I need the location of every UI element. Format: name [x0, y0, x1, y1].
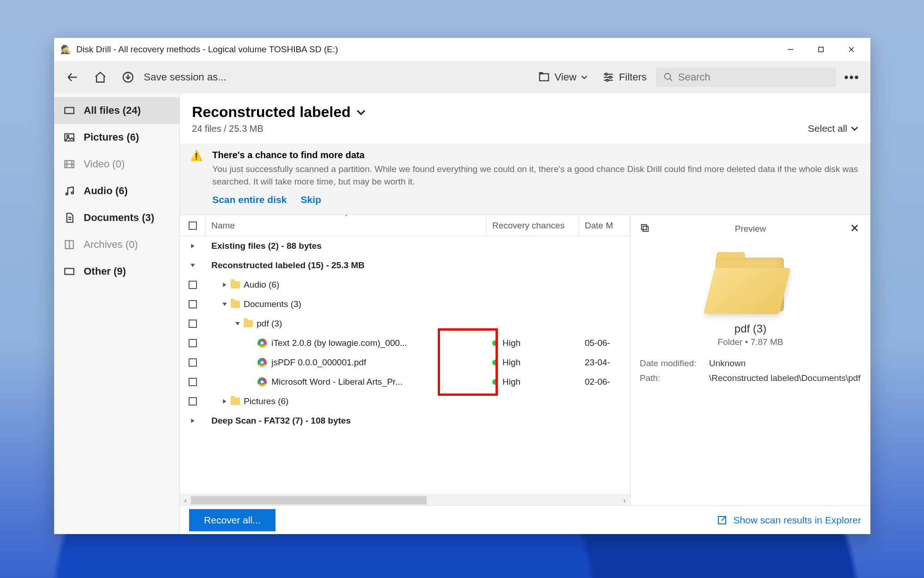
disclosure-right-icon[interactable] [219, 399, 231, 404]
archive-icon [63, 239, 75, 251]
file-name: Microsoft Word - Liberal Arts_Pr... [271, 377, 403, 387]
status-dot-icon [492, 360, 498, 365]
back-button[interactable] [61, 65, 85, 89]
main-body: ⌃ Name Recovery chances Date M [180, 215, 870, 505]
group-label: Deep Scan - FAT32 (7) - 108 bytes [211, 416, 351, 426]
row-checkbox[interactable] [189, 339, 197, 347]
minimize-button[interactable] [775, 40, 806, 59]
preview-name: pdf (3) [640, 322, 861, 335]
file-row[interactable]: Microsoft Word - Liberal Arts_Pr... High… [180, 372, 630, 392]
file-list: ⌃ Name Recovery chances Date M [180, 215, 630, 505]
horizontal-scrollbar[interactable]: ‹ › [180, 494, 630, 505]
column-recovery[interactable]: Recovery chances [487, 215, 579, 236]
recovery-value: High [502, 357, 520, 368]
row-checkbox[interactable] [189, 378, 197, 386]
sidebar-item-pictures[interactable]: Pictures (6) [54, 124, 179, 151]
sidebar: All files (24) Pictures (6) Video (0) Au… [54, 93, 180, 534]
file-row[interactable]: jsPDF 0.0.0_000001.pdf High 23-04- [180, 353, 630, 372]
recovery-value: High [502, 338, 520, 348]
footer-bar: Recover all... Show scan results in Expl… [180, 505, 870, 534]
view-label: View [555, 71, 576, 83]
recover-all-button[interactable]: Recover all... [189, 509, 275, 531]
save-session-button[interactable] [116, 65, 140, 89]
sidebar-item-label: All files (24) [84, 105, 141, 117]
select-all-label: Select all [808, 123, 847, 134]
home-button[interactable] [88, 65, 112, 89]
svg-point-24 [66, 193, 67, 195]
scrollbar-thumb[interactable] [191, 496, 427, 504]
date-value: 02-06- [585, 377, 610, 387]
row-checkbox[interactable] [189, 281, 197, 289]
preview-properties: Date modified: Unknown Path: \Reconstruc… [640, 358, 861, 383]
date-modified-value: Unknown [709, 358, 861, 369]
file-name: jsPDF 0.0.0_000001.pdf [271, 357, 366, 368]
folder-row-pictures[interactable]: Pictures (6) [180, 392, 630, 411]
file-row[interactable]: iText 2.0.8 (by lowagie.com)_000... High… [180, 333, 630, 353]
sidebar-item-all-files[interactable]: All files (24) [54, 97, 179, 124]
save-session-label[interactable]: Save session as... [144, 71, 226, 83]
filters-button[interactable]: Filters [597, 68, 652, 87]
column-name[interactable]: ⌃ Name [206, 215, 487, 236]
svg-point-15 [665, 74, 671, 80]
view-dropdown[interactable]: View [532, 68, 593, 87]
scroll-right-icon[interactable]: › [620, 497, 629, 504]
row-checkbox[interactable] [189, 320, 197, 328]
preview-title: Preview [651, 224, 850, 234]
rows: Existing files (2) - 88 bytes Reconstruc… [180, 236, 630, 494]
scroll-left-icon[interactable]: ‹ [181, 497, 190, 504]
film-icon [63, 158, 75, 170]
column-date[interactable]: Date M [579, 215, 630, 236]
main-area: Reconstructed labeled 24 files / 25.3 MB… [180, 93, 870, 534]
svg-marker-32 [190, 264, 195, 267]
sidebar-item-video[interactable]: Video (0) [54, 151, 179, 178]
maximize-button[interactable] [806, 40, 836, 59]
sidebar-item-other[interactable]: Other (9) [54, 258, 179, 285]
sidebar-item-audio[interactable]: Audio (6) [54, 178, 179, 204]
select-all-checkbox[interactable] [180, 215, 206, 236]
more-button[interactable]: ••• [840, 70, 864, 85]
svg-rect-38 [643, 226, 648, 231]
sidebar-item-archives[interactable]: Archives (0) [54, 231, 179, 258]
row-checkbox[interactable] [189, 397, 197, 406]
disclosure-down-icon[interactable] [219, 301, 231, 307]
row-checkbox[interactable] [189, 358, 197, 367]
group-reconstructed[interactable]: Reconstructed labeled (15) - 25.3 MB [180, 256, 630, 275]
scan-entire-disk-link[interactable]: Scan entire disk [212, 194, 287, 205]
row-checkbox[interactable] [189, 300, 197, 308]
folder-label: Documents (3) [244, 299, 301, 309]
status-dot-icon [492, 340, 498, 346]
skip-link[interactable]: Skip [300, 194, 321, 205]
group-deep-scan[interactable]: Deep Scan - FAT32 (7) - 108 bytes [180, 411, 630, 430]
folder-row-documents[interactable]: Documents (3) [180, 295, 630, 314]
svg-marker-31 [191, 244, 195, 248]
svg-rect-30 [65, 269, 74, 275]
svg-marker-34 [222, 303, 227, 306]
disclosure-down-icon[interactable] [232, 321, 244, 326]
show-in-explorer-link[interactable]: Show scan results in Explorer [716, 515, 861, 526]
group-existing-files[interactable]: Existing files (2) - 88 bytes [180, 236, 630, 256]
column-label: Date M [585, 221, 613, 231]
group-label: Reconstructed labeled (15) - 25.3 MB [211, 260, 365, 271]
column-label: Name [211, 221, 235, 231]
disclosure-right-icon[interactable] [219, 282, 231, 288]
chrome-icon [257, 358, 267, 367]
sidebar-item-label: Archives (0) [84, 239, 138, 251]
search-input[interactable]: Search [656, 68, 836, 87]
chrome-icon [257, 377, 267, 387]
status-dot-icon [492, 379, 498, 385]
select-all-button[interactable]: Select all [808, 123, 858, 134]
chevron-down-icon [581, 74, 587, 80]
close-preview-button[interactable] [850, 223, 861, 235]
sort-indicator-icon: ⌃ [344, 215, 349, 220]
folder-row-pdf[interactable]: pdf (3) [180, 314, 630, 333]
document-icon [63, 212, 75, 224]
svg-marker-37 [191, 418, 195, 423]
main-heading[interactable]: Reconstructed labeled [192, 104, 365, 121]
group-label: Existing files (2) - 88 bytes [211, 241, 322, 251]
close-button[interactable] [836, 40, 867, 59]
folder-label: Audio (6) [244, 280, 279, 290]
folder-icon [244, 320, 253, 327]
sidebar-item-documents[interactable]: Documents (3) [54, 204, 179, 231]
copy-icon[interactable] [640, 223, 651, 235]
folder-row-audio[interactable]: Audio (6) [180, 275, 630, 295]
